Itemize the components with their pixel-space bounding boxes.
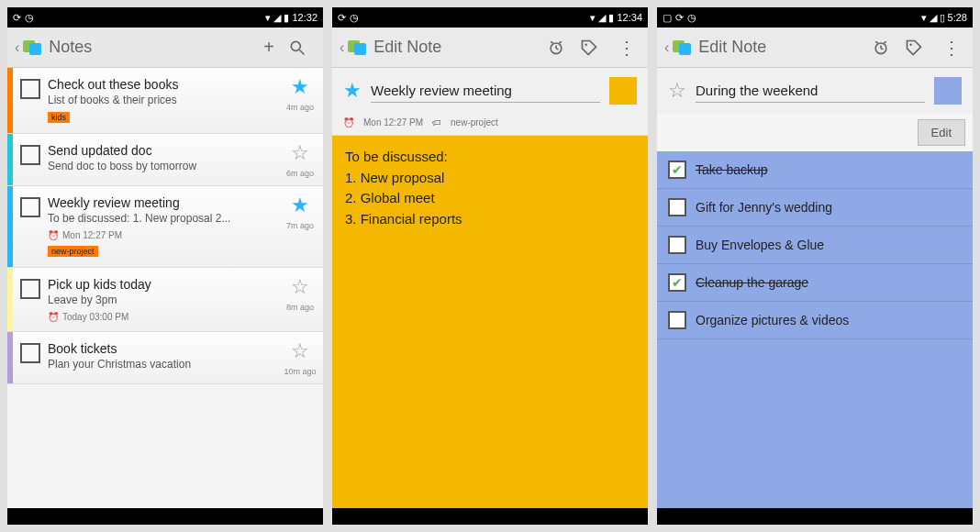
clock-icon: ⏰ [48,230,59,240]
note-subtitle: List of books & their prices [48,94,273,106]
back-icon[interactable]: ‹ [340,39,344,56]
note-age: 8m ago [286,303,314,312]
edit-content: ☆ During the weekend Edit ✔ Take backup … [657,68,973,508]
note-row[interactable]: Pick up kids today Leave by 3pm ⏰ Today … [7,268,323,332]
star-toggle[interactable]: ★ [291,194,309,217]
color-swatch[interactable] [609,77,637,105]
app-bar: ‹ Edit Note ⋮ [657,28,973,68]
note-title: Send updated doc [48,143,273,158]
note-title-input[interactable]: During the weekend [696,79,925,103]
checklist-item[interactable]: ✔ Take backup [657,151,973,189]
clock-icon: ◷ [25,12,34,24]
checklist-item[interactable]: Organize pictures & videos [657,302,973,339]
note-title-input[interactable]: Weekly review meeting [371,79,600,103]
item-label: Buy Envelopes & Glue [696,238,824,252]
note-row[interactable]: Book tickets Plan your Christmas vacatio… [7,332,323,384]
item-label: Gift for Jenny's wedding [696,200,832,215]
signal-icon: ◢ [273,12,281,24]
item-checkbox[interactable] [668,198,686,216]
note-checkbox[interactable] [20,279,40,299]
svg-line-10 [881,48,884,49]
checklist-item[interactable]: ✔ Cleanup the garage [657,264,973,302]
color-stripe [7,268,13,331]
star-toggle[interactable]: ☆ [668,79,686,103]
tag-icon [580,39,598,57]
alarm-icon [872,39,890,57]
checklist-item[interactable]: Buy Envelopes & Glue [657,227,973,264]
note-title: Book tickets [48,341,273,356]
overflow-button[interactable]: ⋮ [613,37,640,59]
note-row[interactable]: Check out these books List of books & th… [7,68,323,134]
color-swatch[interactable] [934,77,962,105]
battery-icon: ▮ [284,12,289,24]
app-bar: ‹ Notes + [7,28,323,68]
note-row[interactable]: Send updated doc Send doc to boss by tom… [7,134,323,186]
signal-icon: ◢ [598,12,606,24]
note-reminder: ⏰ Mon 12:27 PM [48,230,273,240]
alarm-icon [547,39,565,57]
note-checkbox[interactable] [20,145,40,165]
app-logo-icon [348,38,368,58]
svg-line-5 [551,41,553,43]
item-checkbox[interactable]: ✔ [668,161,686,179]
checklist-item[interactable]: Gift for Jenny's wedding [657,189,973,227]
svg-line-11 [875,41,878,43]
note-title: Weekly review meeting [48,195,273,210]
app-logo-icon [673,38,693,58]
phone-edit-checklist: ▢ ⟳ ◷ ▾ ◢ ▯ 5:28 ‹ Edit Note ⋮ ☆ During … [657,7,973,525]
star-toggle[interactable]: ☆ [291,339,309,363]
item-checkbox[interactable] [668,236,686,254]
item-checkbox[interactable] [668,311,686,329]
phone-edit-yellow: ⟳ ◷ ▾ ◢ ▮ 12:34 ‹ Edit Note ⋮ ★ Weekly r… [332,7,648,525]
clock-icon: ◷ [687,12,696,24]
sync-icon: ⟳ [675,12,684,24]
checklist: ✔ Take backup Gift for Jenny's wedding B… [657,151,973,508]
add-note-button[interactable]: + [255,37,283,58]
tag-text: new-project [451,117,498,127]
app-bar: ‹ Edit Note ⋮ [332,28,648,68]
tag-icon: 🏷 [432,117,441,127]
battery-icon: ▮ [608,12,614,24]
color-stripe [7,68,13,133]
note-subtitle: Leave by 3pm [48,294,273,306]
svg-point-0 [291,41,300,50]
nav-bar [7,508,323,525]
page-title: Notes [49,38,92,57]
note-checkbox[interactable] [20,79,40,99]
edit-content: ★ Weekly review meeting ⏰ Mon 12:27 PM 🏷… [332,68,648,508]
overflow-button[interactable]: ⋮ [938,37,965,59]
search-button[interactable] [288,39,316,57]
color-stripe [7,186,13,267]
note-age: 4m ago [286,103,314,112]
note-reminder: ⏰ Today 03:00 PM [48,312,273,322]
star-toggle[interactable]: ★ [291,75,309,99]
svg-point-13 [909,43,912,46]
back-icon[interactable]: ‹ [15,39,19,56]
star-toggle[interactable]: ★ [343,79,362,103]
svg-line-6 [559,41,562,43]
note-checkbox[interactable] [20,343,40,363]
notes-list: Check out these books List of books & th… [7,68,323,508]
tag-button[interactable] [580,39,607,57]
battery-icon: ▯ [940,12,945,24]
status-bar: ▢ ⟳ ◷ ▾ ◢ ▯ 5:28 [657,7,973,28]
reminder-icon: ⏰ [343,117,354,127]
note-checkbox[interactable] [20,197,40,217]
star-toggle[interactable]: ☆ [291,275,309,299]
nav-bar [332,508,648,525]
item-checkbox[interactable]: ✔ [668,273,686,292]
nav-bar [657,508,973,525]
reminder-text: Mon 12:27 PM [363,117,423,127]
reminder-button[interactable] [872,39,899,57]
reminder-button[interactable] [547,39,574,57]
search-icon [288,39,306,57]
back-icon[interactable]: ‹ [664,39,669,56]
star-toggle[interactable]: ☆ [291,141,309,165]
image-icon: ▢ [663,12,672,24]
note-body[interactable]: To be discussed:1. New proposal2. Global… [332,136,648,508]
tag-icon [905,39,923,57]
edit-button[interactable]: Edit [918,119,965,146]
tag-button[interactable] [905,39,932,57]
wifi-icon: ▾ [265,12,271,24]
note-row[interactable]: Weekly review meeting To be discussed: 1… [7,186,323,268]
